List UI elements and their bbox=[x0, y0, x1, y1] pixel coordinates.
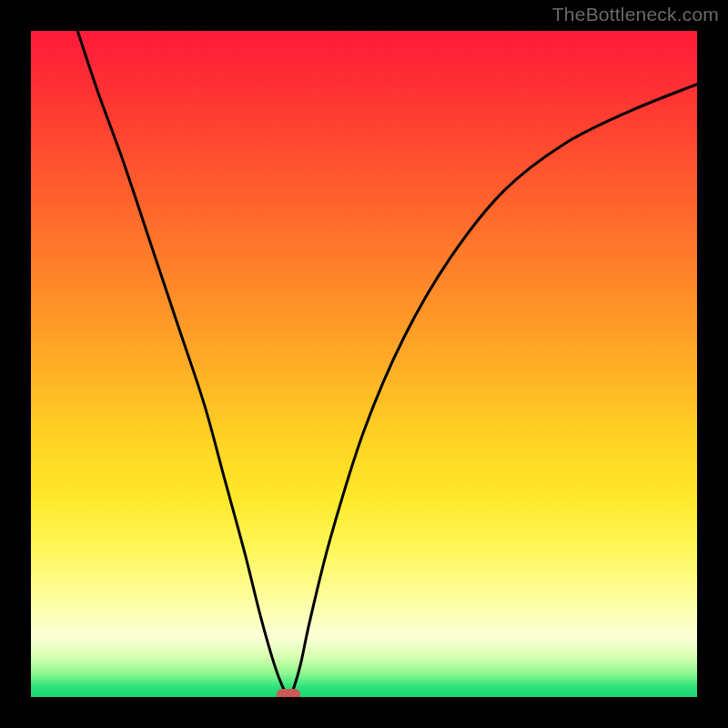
chart-frame: TheBottleneck.com bbox=[0, 0, 728, 728]
curve-path bbox=[77, 31, 697, 694]
watermark-text: TheBottleneck.com bbox=[552, 4, 719, 25]
bottleneck-curve bbox=[31, 31, 697, 697]
plot-area bbox=[31, 31, 697, 697]
optimal-marker bbox=[277, 689, 300, 697]
